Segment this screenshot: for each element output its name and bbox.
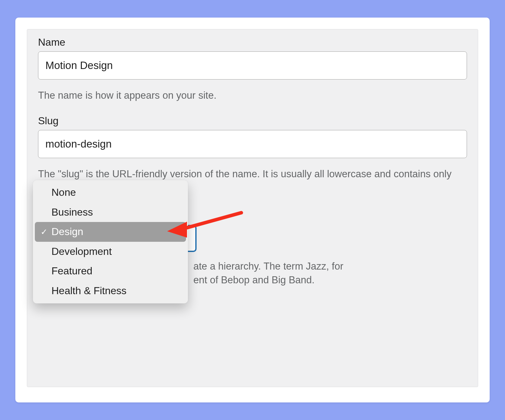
popup-option-none[interactable]: None <box>35 183 186 202</box>
parent-select-edge[interactable] <box>187 225 197 252</box>
slug-label: Slug <box>38 115 467 127</box>
name-field-block: Name The name is how it appears on your … <box>38 36 467 102</box>
check-icon: ✓ <box>41 225 50 238</box>
popup-option-label: Development <box>51 244 112 260</box>
popup-option-health-fitness[interactable]: Health & Fitness <box>35 281 186 301</box>
parent-help-line2: ent of Bebop and Big Band. <box>193 274 315 286</box>
popup-option-label: None <box>51 185 76 201</box>
popup-option-label: Business <box>51 204 93 220</box>
form-panel: Name The name is how it appears on your … <box>27 29 478 387</box>
slug-input[interactable] <box>38 130 467 158</box>
name-help: The name is how it appears on your site. <box>38 88 467 102</box>
popup-option-development[interactable]: Development <box>35 242 186 262</box>
name-input[interactable] <box>38 51 467 80</box>
name-label: Name <box>38 36 467 48</box>
popup-option-label: Featured <box>51 263 92 279</box>
popup-option-featured[interactable]: Featured <box>35 261 186 281</box>
parent-help-fragment: ate a hierarchy. The term Jazz, for ent … <box>193 259 343 287</box>
parent-category-popup: None Business ✓ Design Development Featu… <box>33 180 188 303</box>
popup-option-business[interactable]: Business <box>35 202 186 222</box>
parent-help-line1: ate a hierarchy. The term Jazz, for <box>193 261 343 272</box>
popup-option-label: Design <box>51 224 83 240</box>
popup-option-design[interactable]: ✓ Design <box>35 222 186 242</box>
card: Name The name is how it appears on your … <box>15 18 490 402</box>
popup-option-label: Health & Fitness <box>51 283 127 299</box>
